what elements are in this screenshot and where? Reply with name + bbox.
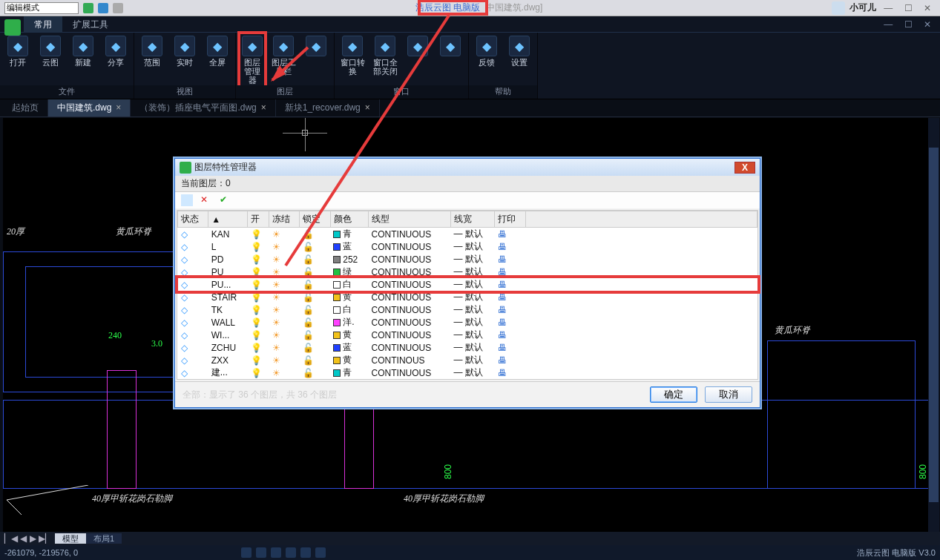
svg-line-2 [286,16,449,266]
label-hg-right: 黄瓜环脊 [775,324,810,337]
coords: -261079, -219576, 0 [4,548,78,557]
table-row[interactable]: ◇WALL💡☀🔓洋.CONTINUOUS— 默认🖶 [178,316,757,329]
status-bar: -261079, -219576, 0 浩辰云图 电脑版 V3.0 [0,545,940,560]
close-icon[interactable]: × [116,102,121,113]
layers-manager-icon: ◆ [242,36,263,56]
folder-button[interactable]: ◆打开 [3,36,33,67]
view-tab[interactable]: 模型 [55,533,86,544]
footer-summary: 全部：显示了 36 个图层，共 36 个图层 [183,389,337,401]
title-highlight [418,0,488,16]
dialog-footer: 全部：显示了 36 个图层，共 36 个图层 确定 取消 [175,381,760,407]
scrollbar-vertical[interactable] [928,118,939,532]
new-button[interactable]: ◆新建 [68,36,98,67]
col-header[interactable]: ▲ [208,211,248,228]
label-skirt-1: 40厚甲斩花岗石勒脚 [92,493,172,505]
quick-access-toolbar[interactable] [83,3,123,13]
svg-line-1 [7,500,22,515]
label-20: 20厚 [7,225,24,238]
viewtab-nav[interactable]: ▏◀ ◀ ▶ ▶▏ [3,533,53,544]
ribbon-tab-0[interactable]: 常用 [24,16,62,32]
doc-tab[interactable]: 起始页 [3,99,48,116]
zoom-button[interactable]: ◆实时 [170,36,200,67]
status-tray[interactable] [241,547,326,558]
user-area[interactable]: 小可儿 [832,1,876,15]
cloud-icon: ◆ [40,36,61,56]
fullscreen-button[interactable]: ◆全屏 [203,36,232,67]
layers-manager-button[interactable]: ◆图层管理器 [237,31,267,89]
annotation-arrow [263,13,486,283]
ribbon-tab-1[interactable]: 扩展工具 [62,16,119,32]
folder-icon: ◆ [7,36,28,56]
table-row[interactable]: ◇建...💡☀🔓青CONTINUOUS— 默认🖶 [178,366,757,379]
table-row[interactable]: ◇WI...💡☀🔓黄CONTINUOUS— 默认🖶 [178,329,757,341]
set-current-icon: ✔ [220,194,231,206]
user-name: 小可儿 [849,1,876,14]
label-skirt-2: 40厚甲斩花岗石勒脚 [404,493,484,505]
title-doc: 中国建筑.dwg] [486,2,543,13]
avatar [832,1,845,15]
group-label: 文件 [0,85,134,99]
cloud-button[interactable]: ◆云图 [36,36,65,67]
delete-layer-icon: ✕ [200,194,212,206]
col-header[interactable]: 打印 [495,211,525,228]
share-icon: ◆ [105,36,126,56]
extent-icon: ◆ [142,36,162,56]
dialog-title: 图层特性管理器 [194,161,257,174]
brand-version: 浩辰云图 电脑版 V3.0 [857,547,936,559]
group-label: 视图 [134,85,235,99]
doc-tab[interactable]: 中国建筑.dwg× [48,99,131,116]
col-header[interactable]: 状态 [178,211,208,228]
table-row[interactable]: ◇ZCHU💡☀🔓蓝CONTINUOUS— 默认🖶 [178,341,757,354]
settings-button[interactable]: ◆设置 [504,36,534,67]
share-button[interactable]: ◆分享 [101,36,131,67]
view-tabs[interactable]: ▏◀ ◀ ▶ ▶▏ 模型布局1 [0,532,940,545]
table-row[interactable]: ◇TK💡☀🔓白CONTINUOUS— 默认🖶 [178,303,757,316]
inner-window-buttons[interactable]: — ☐ ✕ [884,19,936,30]
edit-mode-input[interactable] [4,2,79,14]
cancel-button[interactable]: 取消 [705,386,752,403]
table-row[interactable]: ◇STAIR💡☀🔓黄CONTINUOUS— 默认🖶 [178,291,757,303]
doc-tab[interactable]: （装饰）插座电气平面图.dwg× [131,99,275,116]
fullscreen-icon: ◆ [207,36,228,56]
dialog-icon [180,162,191,174]
app-logo [4,19,21,36]
new-icon: ◆ [73,36,93,56]
close-button[interactable]: X [734,162,755,174]
svg-marker-4 [271,65,286,82]
window-buttons[interactable]: — ☐ ✕ [884,3,936,13]
ok-button[interactable]: 确定 [650,386,697,403]
new-layer-icon[interactable] [181,194,193,206]
zoom-icon: ◆ [174,36,195,56]
extent-button[interactable]: ◆范围 [137,36,167,67]
settings-icon: ◆ [509,36,530,56]
view-tab[interactable]: 布局1 [86,533,122,544]
table-row[interactable]: ◇ZXX💡☀🔓黄CONTINOUS— 默认🖶 [178,354,757,366]
svg-line-0 [7,485,88,500]
label-hg-left: 黄瓜环脊 [116,225,151,238]
